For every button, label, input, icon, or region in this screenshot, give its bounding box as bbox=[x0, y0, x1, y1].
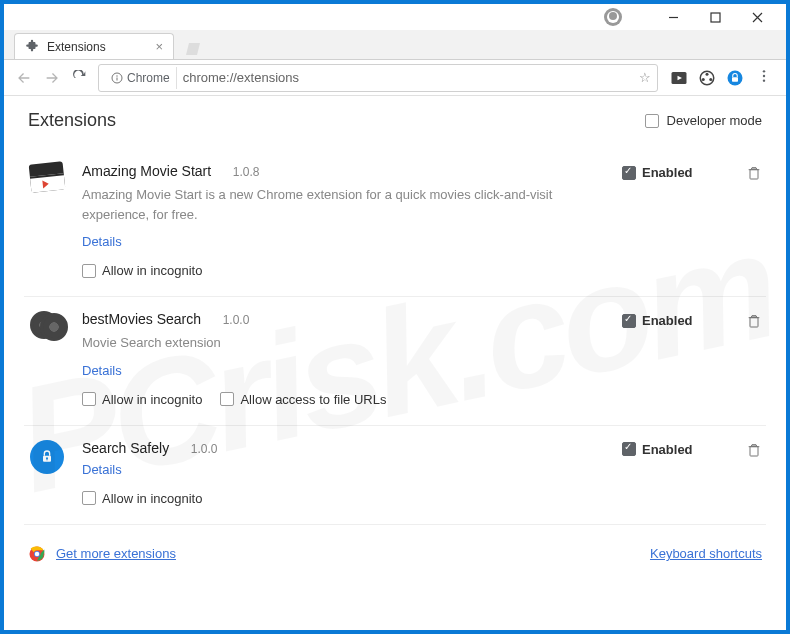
reload-button[interactable] bbox=[70, 68, 90, 88]
extension-icon bbox=[28, 311, 66, 407]
svg-point-8 bbox=[702, 78, 705, 81]
tab-extensions[interactable]: Extensions × bbox=[14, 33, 174, 59]
allow-incognito-label: Allow in incognito bbox=[102, 392, 202, 407]
extension-version: 1.0.8 bbox=[233, 165, 260, 179]
info-icon bbox=[111, 72, 123, 84]
remove-button[interactable] bbox=[746, 313, 762, 332]
content-area: PCrisk.com Extensions Developer mode Ama… bbox=[4, 96, 786, 630]
extension-version: 1.0.0 bbox=[223, 313, 250, 327]
details-link[interactable]: Details bbox=[82, 462, 122, 477]
svg-point-12 bbox=[763, 70, 765, 72]
chrome-logo-icon bbox=[28, 545, 46, 563]
toolbar: Chrome ☆ bbox=[4, 60, 786, 96]
get-more-extensions[interactable]: Get more extensions bbox=[28, 545, 176, 563]
enabled-label: Enabled bbox=[642, 313, 693, 328]
extension-card: Search Safely 1.0.0 Details Allow in inc… bbox=[24, 426, 766, 525]
details-link[interactable]: Details bbox=[82, 363, 122, 378]
svg-point-14 bbox=[763, 79, 765, 81]
enabled-checkbox[interactable] bbox=[622, 442, 636, 456]
tab-close-icon[interactable]: × bbox=[155, 39, 163, 54]
extension-icon bbox=[28, 163, 66, 278]
remove-button[interactable] bbox=[746, 442, 762, 461]
allow-incognito-label: Allow in incognito bbox=[102, 491, 202, 506]
user-account-icon[interactable] bbox=[604, 8, 622, 26]
extension-body: Search Safely 1.0.0 Details Allow in inc… bbox=[82, 440, 606, 506]
developer-mode-label: Developer mode bbox=[667, 113, 762, 128]
forward-button[interactable] bbox=[42, 68, 62, 88]
reel-ext-icon[interactable] bbox=[698, 69, 716, 87]
enabled-toggle[interactable]: Enabled bbox=[622, 313, 693, 328]
allow-incognito-option[interactable]: Allow in incognito bbox=[82, 491, 202, 506]
allow-incognito-option[interactable]: Allow in incognito bbox=[82, 392, 202, 407]
extension-icon bbox=[28, 440, 66, 506]
trash-icon bbox=[746, 313, 762, 329]
extension-name: Search Safely bbox=[82, 440, 169, 456]
extension-version: 1.0.0 bbox=[191, 442, 218, 456]
svg-point-7 bbox=[706, 72, 709, 75]
bookmark-star-icon[interactable]: ☆ bbox=[639, 70, 651, 85]
extension-description: Movie Search extension bbox=[82, 333, 606, 353]
movie-ext-icon[interactable] bbox=[670, 69, 688, 87]
svg-point-13 bbox=[763, 75, 765, 77]
allow-incognito-checkbox[interactable] bbox=[82, 264, 96, 278]
lock-icon bbox=[30, 440, 64, 474]
get-more-link[interactable]: Get more extensions bbox=[56, 546, 176, 561]
developer-mode-checkbox[interactable] bbox=[645, 114, 659, 128]
extension-card: Amazing Movie Start 1.0.8 Amazing Movie … bbox=[24, 149, 766, 297]
allow-file-urls-option[interactable]: Allow access to file URLs bbox=[220, 392, 386, 407]
allow-file-urls-label: Allow access to file URLs bbox=[240, 392, 386, 407]
keyboard-shortcuts-link[interactable]: Keyboard shortcuts bbox=[650, 546, 762, 561]
extension-body: bestMovies Search 1.0.0 Movie Search ext… bbox=[82, 311, 606, 407]
site-info-label: Chrome bbox=[127, 71, 170, 85]
close-button[interactable] bbox=[736, 4, 778, 30]
enabled-checkbox[interactable] bbox=[622, 314, 636, 328]
developer-mode-toggle[interactable]: Developer mode bbox=[645, 113, 762, 128]
enabled-checkbox[interactable] bbox=[622, 166, 636, 180]
allow-incognito-checkbox[interactable] bbox=[82, 491, 96, 505]
trash-icon bbox=[746, 442, 762, 458]
svg-point-9 bbox=[709, 78, 712, 81]
svg-rect-17 bbox=[47, 458, 48, 460]
allow-incognito-checkbox[interactable] bbox=[82, 392, 96, 406]
url-input[interactable] bbox=[183, 70, 633, 85]
menu-button[interactable] bbox=[756, 68, 776, 87]
site-info-chip[interactable]: Chrome bbox=[105, 67, 177, 89]
maximize-button[interactable] bbox=[694, 4, 736, 30]
lock-ext-icon[interactable] bbox=[726, 69, 744, 87]
reel-icon bbox=[30, 311, 64, 337]
extension-body: Amazing Movie Start 1.0.8 Amazing Movie … bbox=[82, 163, 606, 278]
remove-button[interactable] bbox=[746, 165, 762, 184]
extension-icons-tray bbox=[666, 69, 748, 87]
svg-rect-0 bbox=[711, 13, 720, 22]
svg-point-2 bbox=[116, 75, 117, 76]
enabled-toggle[interactable]: Enabled bbox=[622, 442, 693, 457]
extension-name: bestMovies Search bbox=[82, 311, 201, 327]
extension-name: Amazing Movie Start bbox=[82, 163, 211, 179]
tab-label: Extensions bbox=[47, 40, 147, 54]
enabled-label: Enabled bbox=[642, 442, 693, 457]
extension-description: Amazing Movie Start is a new Chrome exte… bbox=[82, 185, 606, 224]
minimize-button[interactable] bbox=[652, 4, 694, 30]
clapper-icon bbox=[29, 161, 66, 192]
allow-incognito-option[interactable]: Allow in incognito bbox=[82, 263, 202, 278]
page-title: Extensions bbox=[28, 110, 116, 131]
address-bar[interactable]: Chrome ☆ bbox=[98, 64, 658, 92]
allow-file-urls-checkbox[interactable] bbox=[220, 392, 234, 406]
svg-rect-3 bbox=[117, 77, 118, 80]
puzzle-icon bbox=[25, 38, 39, 55]
trash-icon bbox=[746, 165, 762, 181]
tab-strip: Extensions × bbox=[4, 30, 786, 60]
extension-card: bestMovies Search 1.0.0 Movie Search ext… bbox=[24, 297, 766, 426]
footer: Get more extensions Keyboard shortcuts bbox=[24, 525, 766, 573]
page-header: Extensions Developer mode bbox=[24, 110, 766, 131]
svg-point-20 bbox=[35, 551, 40, 556]
window: Extensions × Chrome ☆ bbox=[4, 4, 786, 630]
new-tab-button[interactable] bbox=[180, 39, 206, 59]
enabled-label: Enabled bbox=[642, 165, 693, 180]
svg-rect-11 bbox=[732, 77, 738, 82]
enabled-toggle[interactable]: Enabled bbox=[622, 165, 693, 180]
allow-incognito-label: Allow in incognito bbox=[102, 263, 202, 278]
titlebar bbox=[4, 4, 786, 30]
back-button[interactable] bbox=[14, 68, 34, 88]
details-link[interactable]: Details bbox=[82, 234, 122, 249]
